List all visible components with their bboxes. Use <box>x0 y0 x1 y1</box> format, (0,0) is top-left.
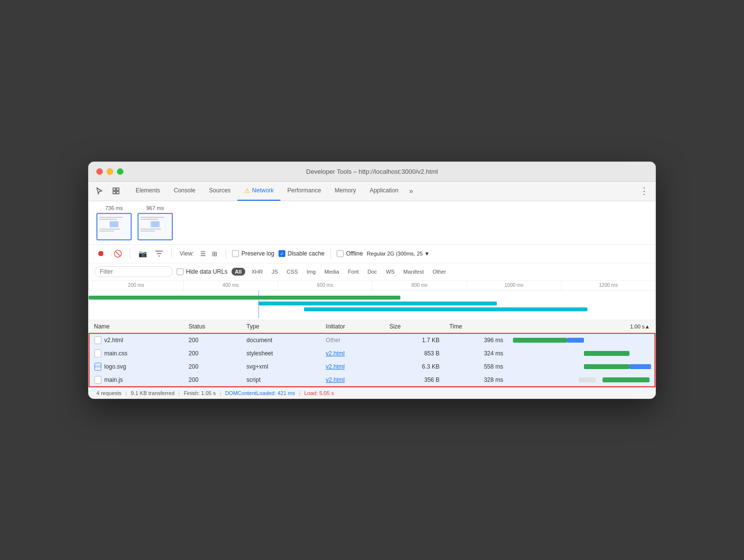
maximize-button[interactable] <box>117 168 123 175</box>
preserve-log-checkbox[interactable] <box>232 250 239 257</box>
cell-waterfall <box>508 360 655 373</box>
transferred-size: 9.1 KB transferred <box>131 390 174 396</box>
tab-icons <box>93 184 123 198</box>
cell-time: 396 ms <box>444 333 508 347</box>
throttle-select[interactable]: Regular 2G (300ms, 25 ▼ <box>367 251 429 257</box>
filter-img[interactable]: Img <box>304 268 318 276</box>
devtools-menu-icon[interactable]: ⋮ <box>637 186 651 196</box>
tab-application[interactable]: Application <box>363 181 405 201</box>
warning-icon: ⚠ <box>244 187 250 194</box>
timeline-bars <box>89 291 655 318</box>
offline-checkbox[interactable] <box>337 250 344 257</box>
ruler-mark-200: 200 ms <box>89 281 183 290</box>
filter-all-button[interactable]: All <box>232 268 245 276</box>
cursor-icon[interactable] <box>93 184 106 198</box>
title-bar: Developer Tools – http://localhost:3000/… <box>89 162 655 182</box>
cell-name: main.css <box>90 347 184 360</box>
filter-manifest[interactable]: Manifest <box>401 268 426 276</box>
list-view-button[interactable]: ☰ <box>198 249 209 258</box>
devtools-window: Developer Tools – http://localhost:3000/… <box>88 162 656 399</box>
col-type[interactable]: Type <box>242 320 321 333</box>
filter-input[interactable] <box>94 266 173 277</box>
table-row[interactable]: main.js200scriptv2.html356 B328 ms <box>89 373 655 387</box>
table-header: Name Status Type Initiator Size Time 1.0… <box>89 320 655 333</box>
cell-type: script <box>242 373 321 387</box>
cell-size: 853 B <box>384 347 444 360</box>
divider-1 <box>130 249 130 258</box>
record-button[interactable]: ⏺ <box>94 247 107 260</box>
svg-rect-0 <box>113 188 116 190</box>
svg-rect-1 <box>116 188 119 190</box>
hide-data-urls-checkbox[interactable] <box>177 268 184 275</box>
screenshot-1[interactable]: 967 ms <box>138 205 173 240</box>
filter-other[interactable]: Other <box>430 268 449 276</box>
divider-4 <box>330 249 331 258</box>
screenshot-0[interactable]: 736 ms <box>96 205 132 240</box>
col-initiator[interactable]: Initiator <box>321 320 385 333</box>
cell-time: 558 ms <box>444 360 508 373</box>
filter-media[interactable]: Media <box>322 268 342 276</box>
svg-rect-2 <box>113 191 116 194</box>
tab-sources[interactable]: Sources <box>202 181 237 201</box>
tab-console[interactable]: Console <box>167 181 202 201</box>
clear-button[interactable]: 🚫 <box>111 247 124 260</box>
col-waterfall[interactable]: 1.00 s▲ <box>508 320 655 333</box>
cell-time: 328 ms <box>444 373 508 387</box>
inspect-icon[interactable] <box>109 184 123 198</box>
filter-doc[interactable]: Doc <box>365 268 380 276</box>
filter-button[interactable] <box>153 247 165 260</box>
table-row[interactable]: SVGlogo.svg200svg+xmlv2.html6.3 KB558 ms <box>89 360 655 373</box>
filter-css[interactable]: CSS <box>284 268 301 276</box>
camera-button[interactable]: 📷 <box>136 247 149 260</box>
col-status[interactable]: Status <box>184 320 241 333</box>
cell-status: 200 <box>184 373 241 387</box>
filter-xhr[interactable]: XHR <box>249 268 265 276</box>
close-button[interactable] <box>96 168 103 175</box>
tab-performance[interactable]: Performance <box>280 181 328 201</box>
screenshot-thumb-1[interactable] <box>138 213 173 240</box>
divider-2 <box>171 249 172 258</box>
cell-initiator: v2.html <box>321 373 385 387</box>
file-icon: SVG <box>94 363 101 371</box>
status-bar: 4 requests | 9.1 KB transferred | Finish… <box>89 387 655 398</box>
tab-memory[interactable]: Memory <box>328 181 363 201</box>
cell-status: 200 <box>184 347 241 360</box>
col-time[interactable]: Time <box>444 320 508 333</box>
cell-type: svg+xml <box>242 360 321 373</box>
cell-status: 200 <box>184 360 241 373</box>
timeline-marker <box>258 291 259 318</box>
table-row[interactable]: main.css200stylesheetv2.html853 B324 ms <box>89 347 655 360</box>
screenshot-thumb-0[interactable] <box>96 213 132 240</box>
table-row[interactable]: v2.html200documentOther1.7 KB396 ms <box>89 333 655 347</box>
load-time: Load: 5.05 s <box>304 390 334 396</box>
more-tabs-button[interactable]: » <box>405 187 417 195</box>
cell-status: 200 <box>184 333 241 347</box>
col-name[interactable]: Name <box>89 320 184 333</box>
disable-cache-checkbox[interactable]: ✓ <box>279 250 285 257</box>
tab-elements[interactable]: Elements <box>129 181 167 201</box>
view-buttons: ☰ ⊞ <box>198 249 220 258</box>
svg-rect-3 <box>116 191 119 194</box>
group-view-button[interactable]: ⊞ <box>209 249 220 258</box>
cell-size: 1.7 KB <box>384 333 444 347</box>
filter-font[interactable]: Font <box>346 268 361 276</box>
screenshot-strip: 736 ms 967 ms <box>89 201 655 245</box>
minimize-button[interactable] <box>107 168 113 175</box>
cell-initiator: v2.html <box>321 360 385 373</box>
network-table: Name Status Type Initiator Size Time 1.0… <box>89 320 655 387</box>
ruler-mark-1200: 1200 ms <box>561 281 655 290</box>
ruler-mark-400: 400 ms <box>183 281 278 290</box>
tab-network[interactable]: ⚠ Network <box>237 181 280 201</box>
cell-waterfall <box>508 347 655 360</box>
col-size[interactable]: Size <box>384 320 444 333</box>
cell-name: SVGlogo.svg <box>90 360 184 373</box>
cell-initiator: v2.html <box>321 347 385 360</box>
cell-type: stylesheet <box>242 347 321 360</box>
filter-js[interactable]: JS <box>269 268 280 276</box>
network-toolbar: ⏺ 🚫 📷 View: ☰ ⊞ Preserve log ✓ D <box>89 245 655 263</box>
tl-bar-teal-2 <box>304 307 587 311</box>
file-icon <box>94 376 101 384</box>
cell-size: 6.3 KB <box>384 360 444 373</box>
filter-ws[interactable]: WS <box>383 268 397 276</box>
window-title: Developer Tools – http://localhost:3000/… <box>306 168 438 175</box>
